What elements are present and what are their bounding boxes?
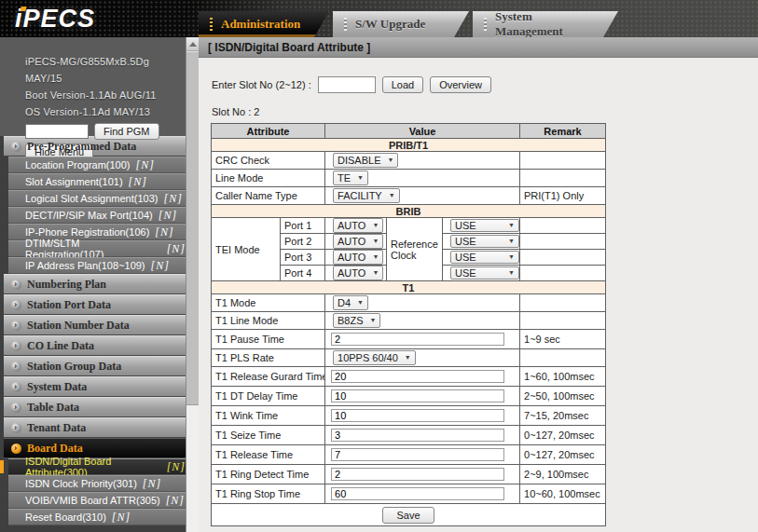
chevron-down-icon: ▼ — [357, 173, 364, 183]
remark-text: 7~15, 20msec — [520, 406, 606, 426]
select-value: USE — [455, 220, 476, 231]
chevron-down-icon: ▼ — [389, 191, 395, 200]
tab-sw-upgrade[interactable]: S/W Upgrade — [333, 11, 469, 37]
t1-line-mode-select[interactable]: B8ZS ▼ — [333, 313, 380, 328]
item-n-badge: [N] — [158, 209, 177, 223]
tei-mode-port2-select[interactable]: AUTO ▼ — [333, 234, 383, 249]
reference-clock-port1-select[interactable]: USE ▼ — [450, 219, 519, 232]
line-mode-select[interactable]: TE ▼ — [333, 171, 368, 185]
boot-version-line: Boot Version-1.1Ab AUG/11 — [25, 87, 186, 103]
item-label: ISDN Clock Priority(301) — [25, 478, 137, 489]
chevron-down-icon: ▼ — [508, 237, 515, 246]
t1-ring-stop-time-input[interactable] — [331, 487, 504, 500]
sidebar-section-numbering-plan[interactable]: Numbering Plan — [4, 274, 186, 294]
sidebar-section-tenant-data[interactable]: Tenant Data — [4, 417, 186, 438]
t1-mode-select[interactable]: D4 ▼ — [333, 295, 368, 310]
scrollbar-thumb[interactable] — [186, 51, 199, 405]
slot-no-input[interactable] — [318, 76, 376, 93]
find-pgm-input[interactable] — [25, 124, 89, 139]
sidebar-section-station-group-data[interactable]: Station Group Data — [4, 356, 186, 376]
select-value: DISABLE — [338, 155, 380, 166]
crc-check-select[interactable]: DISABLE ▼ — [333, 153, 398, 168]
sidebar-item-reset-board[interactable]: Reset Board(310) [N] — [8, 509, 186, 525]
sidebar-item-location-program[interactable]: Location Program(100) [N] — [8, 157, 186, 173]
tab-administration[interactable]: Administration — [199, 11, 329, 37]
remark-text — [520, 294, 606, 312]
t1-pls-rate-select[interactable]: 10PPS 60/40 ▼ — [333, 350, 416, 365]
section-arrow-icon — [11, 361, 21, 372]
sidebar-section-co-line-data[interactable]: CO Line Data — [4, 335, 186, 356]
sidebar-section-station-port-data[interactable]: Station Port Data — [4, 294, 186, 315]
remark-text — [520, 312, 606, 330]
sidebar-section-system-data[interactable]: System Data — [4, 376, 186, 397]
sidebar-item-slot-assignment[interactable]: Slot Assignment(101) [N] — [8, 173, 186, 190]
section-arrow-icon — [11, 300, 21, 310]
attr-label: T1 DT Delay Time — [212, 387, 325, 406]
sidebar-section-station-number-data[interactable]: Station Number Data — [4, 315, 186, 335]
chevron-down-icon: ▼ — [405, 353, 411, 362]
tab-label: Administration — [221, 17, 300, 32]
attr-label: T1 Release Time — [212, 445, 325, 465]
t1-wink-time-input[interactable] — [331, 409, 504, 422]
sidebar-item-isdn-clock-priority[interactable]: ISDN Clock Priority(301) [N] — [8, 475, 186, 492]
sidebar-item-isdn-digital-board-attribute[interactable]: ISDN/Digital Board Attribute(300) [N] — [8, 458, 186, 475]
sidebar-item-voib-vmib-board-attr[interactable]: VOIB/VMIB Board ATTR(305) [N] — [8, 492, 186, 509]
t1-pause-time-input[interactable] — [331, 333, 504, 346]
attr-label: Line Mode — [212, 170, 325, 187]
tab-system-management[interactable]: System Management — [473, 11, 618, 37]
section-arrow-icon — [11, 142, 21, 152]
board-attribute-table: Attribute Value Remark PRIB/T1 CRC Check… — [211, 123, 606, 526]
item-n-badge: [N] — [129, 175, 147, 189]
item-n-badge: [N] — [166, 494, 185, 508]
caller-name-type-select[interactable]: FACILITY ▼ — [333, 188, 400, 203]
section-label: Tenant Data — [27, 421, 86, 435]
attr-label: T1 Wink Time — [212, 406, 325, 426]
remark-text — [520, 152, 606, 170]
select-value: AUTO — [338, 220, 365, 231]
tei-mode-port3-select[interactable]: AUTO ▼ — [333, 250, 383, 265]
select-value: D4 — [338, 297, 351, 308]
sidebar-scrollbar[interactable] — [186, 37, 199, 532]
sidebar-item-dect-ip-sip-max-port[interactable]: DECT/IP/SIP Max Port(104) [N] — [8, 207, 186, 224]
t1-seize-time-input[interactable] — [331, 429, 504, 442]
select-value: USE — [455, 236, 476, 247]
sidebar-item-ip-address-plan[interactable]: IP Address Plan(108~109) [N] — [8, 257, 186, 274]
sidebar-section-table-data[interactable]: Table Data — [4, 397, 186, 417]
reference-clock-port3-select[interactable]: USE ▼ — [450, 251, 519, 264]
scroll-up-button[interactable] — [186, 37, 199, 51]
section-arrow-icon — [11, 423, 21, 433]
chevron-down-icon: ▼ — [372, 252, 379, 262]
sidebar-item-dtim-sltm-registration[interactable]: DTIM/SLTM Registration(107) [N] — [8, 240, 186, 257]
tab-grip-icon — [344, 18, 347, 31]
sidebar-item-logical-slot-assignment[interactable]: Logical Slot Assignment(103) [N] — [8, 190, 186, 207]
attr-label: CRC Check — [212, 152, 325, 170]
save-button[interactable]: Save — [382, 507, 434, 524]
t1-dt-delay-time-input[interactable] — [331, 389, 504, 402]
remark-text: 1~60, 100msec — [520, 367, 606, 387]
remark-text: 0~127, 20msec — [520, 426, 606, 445]
item-label: IP-Phone Registration(106) — [25, 226, 149, 238]
load-button[interactable]: Load — [382, 76, 423, 93]
t1-release-time-input[interactable] — [331, 448, 504, 461]
attr-label: T1 Ring Stop Time — [212, 484, 325, 504]
find-pgm-button[interactable]: Find PGM — [94, 123, 159, 140]
item-n-badge: [N] — [167, 460, 186, 474]
attr-label: Caller Name Type — [212, 187, 325, 205]
section-label: Station Group Data — [27, 360, 121, 374]
select-value: AUTO — [338, 252, 365, 263]
select-value: AUTO — [338, 236, 365, 247]
reference-clock-port4-select[interactable]: USE ▼ — [450, 266, 519, 280]
t1-ring-detect-time-input[interactable] — [331, 468, 504, 481]
scrollbar-track[interactable] — [186, 37, 199, 405]
select-value: FACILITY — [338, 190, 382, 201]
tei-mode-port1-select[interactable]: AUTO ▼ — [333, 218, 383, 233]
reference-clock-port2-select[interactable]: USE ▼ — [450, 235, 519, 248]
item-label: VOIB/VMIB Board ATTR(305) — [25, 495, 160, 506]
column-header-remark: Remark — [520, 124, 606, 139]
tei-mode-port4-select[interactable]: AUTO ▼ — [333, 266, 383, 280]
section-arrow-icon — [11, 321, 21, 331]
section-label: Pre-Programmed Data — [27, 140, 136, 154]
remark-text — [520, 170, 606, 187]
t1-release-guard-time-input[interactable] — [331, 370, 504, 383]
overview-button[interactable]: Overview — [430, 76, 491, 93]
